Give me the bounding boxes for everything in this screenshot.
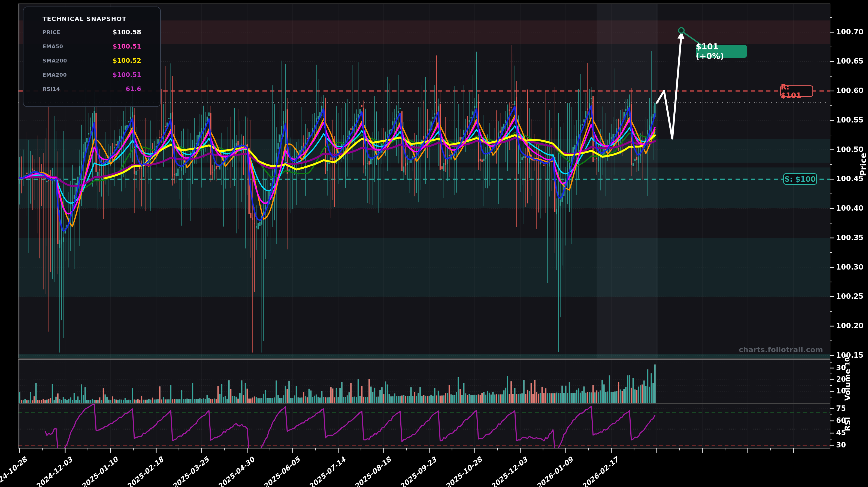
price-axis-title: Price: [859, 153, 868, 176]
watermark: charts.foliotrail.com: [736, 345, 823, 354]
forecast-badge: $101 (+0%): [696, 45, 747, 58]
snapshot-row-label: EMA200: [42, 72, 67, 78]
snapshot-row-value: $100.58: [113, 29, 141, 36]
snapshot-title: TECHNICAL SNAPSHOT: [42, 14, 141, 25]
snapshot-row-value: $100.52: [113, 57, 141, 64]
snapshot-row-label: RSI14: [42, 86, 60, 92]
technical-snapshot-panel: TECHNICAL SNAPSHOT PRICE$100.58EMA50$100…: [23, 6, 161, 107]
resistance-label: R: $101: [780, 85, 813, 97]
snapshot-row: EMA50$100.51: [42, 39, 141, 54]
support-label: S: $100: [783, 173, 817, 185]
snapshot-row: EMA200$100.51: [42, 68, 141, 82]
volume-axis-title: Volume: [843, 369, 852, 401]
snapshot-row: RSI1461.6: [42, 82, 141, 96]
snapshot-row-value: $100.51: [113, 71, 141, 78]
chart-stage: TECHNICAL SNAPSHOT PRICE$100.58EMA50$100…: [0, 0, 868, 487]
snapshot-row-value: $100.51: [113, 43, 141, 50]
rsi-axis-title: RSI: [843, 417, 852, 431]
snapshot-row-label: SMA200: [42, 58, 67, 63]
volume-offset-label: 10⁶: [844, 355, 851, 366]
snapshot-row: SMA200$100.52: [42, 54, 141, 68]
snapshot-row-label: EMA50: [42, 44, 63, 49]
snapshot-row: PRICE$100.58: [42, 25, 141, 39]
snapshot-rows: PRICE$100.58EMA50$100.51SMA200$100.52EMA…: [42, 25, 141, 96]
snapshot-row-value: 61.6: [126, 85, 141, 92]
snapshot-row-label: PRICE: [42, 29, 60, 35]
